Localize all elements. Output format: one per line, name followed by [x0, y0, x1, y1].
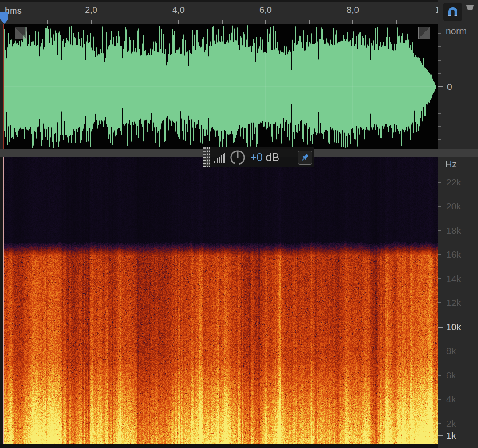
- frequency-tick-label: 1k: [446, 430, 456, 441]
- amplitude-tick: [438, 86, 443, 87]
- gain-value[interactable]: +0: [250, 151, 263, 164]
- right-scale-panel: norm 0 Hz 22k20k18k16k14k12k10k8k6k4k2k1…: [438, 0, 478, 448]
- bottom-border: [0, 444, 438, 448]
- amplitude-tick: [438, 126, 441, 127]
- timeline-tick: [47, 20, 48, 24]
- spectrogram-display[interactable]: [0, 157, 438, 444]
- frequency-tick-label: 22k: [446, 177, 461, 188]
- frequency-tick-label: 14k: [446, 274, 461, 284]
- frequency-tick: [438, 375, 441, 376]
- frequency-tick: [438, 206, 441, 207]
- waveform-display[interactable]: [0, 24, 438, 149]
- magnet-icon: [446, 5, 459, 19]
- fade-out-handle[interactable]: [418, 27, 430, 39]
- amplitude-tick: [438, 73, 441, 74]
- timeline-tick-label: 2,0: [85, 5, 97, 15]
- frequency-tick: [438, 182, 441, 183]
- playhead-line-waveform: [3, 24, 4, 149]
- frequency-tick: [438, 435, 443, 436]
- scale-splitter: [438, 149, 478, 157]
- frequency-tick-label: 16k: [446, 249, 461, 260]
- snap-toggle-button[interactable]: [443, 3, 462, 21]
- frequency-tick-label: 18k: [446, 225, 461, 236]
- amplitude-tick: [438, 113, 441, 114]
- gain-hud[interactable]: +0 dB: [203, 147, 314, 167]
- frequency-tick: [438, 302, 441, 303]
- hud-pin-button[interactable]: [298, 151, 312, 165]
- frequency-tick: [438, 399, 441, 400]
- amplitude-zero-label: 0: [447, 81, 452, 92]
- waveform-canvas[interactable]: [3, 24, 438, 149]
- frequency-tick: [438, 230, 441, 231]
- frequency-tick-label: 2k: [446, 418, 456, 429]
- timeline-tick: [309, 20, 310, 24]
- amplitude-tick: [438, 139, 441, 140]
- amplitude-tick: [438, 46, 441, 47]
- playhead-line-spectrogram: [3, 157, 4, 444]
- timeline-ruler[interactable]: hms 2,04,06,08,010: [0, 2, 438, 24]
- frequency-tick: [438, 423, 441, 424]
- timeline-tick-label: 10: [435, 5, 438, 15]
- timeline-tick: [178, 20, 179, 24]
- frequency-tick-label: 10k: [446, 322, 461, 332]
- hud-separator: [293, 151, 293, 164]
- amplitude-tick: [438, 60, 441, 61]
- hud-drag-handle[interactable]: [203, 147, 210, 167]
- normalize-label: norm: [446, 26, 467, 36]
- frequency-tick-label: 4k: [446, 394, 456, 405]
- frequency-tick: [438, 327, 443, 328]
- volume-bars-icon: [214, 152, 226, 163]
- frequency-tick: [438, 254, 441, 255]
- fade-in-handle[interactable]: [15, 27, 27, 39]
- timeline-tick: [265, 20, 266, 24]
- spectrogram-canvas[interactable]: [3, 157, 438, 444]
- frequency-tick-label: 8k: [446, 346, 456, 356]
- amplitude-tick: [438, 33, 441, 34]
- editor-main-area: hms 2,04,06,08,010: [0, 2, 438, 448]
- frequency-tick: [438, 351, 441, 351]
- gain-knob[interactable]: [229, 149, 247, 166]
- timeline-tick-label: 4,0: [172, 5, 185, 15]
- pushpin-icon: [300, 153, 310, 162]
- gain-unit-label: dB: [266, 151, 280, 164]
- timeline-tick: [396, 20, 397, 24]
- timeline-tick: [222, 20, 223, 24]
- timeline-tick: [91, 20, 92, 24]
- frequency-tick-label: 12k: [446, 297, 461, 308]
- frequency-tick: [438, 278, 441, 279]
- frequency-tick-label: 6k: [446, 370, 456, 381]
- amplitude-tick: [438, 100, 441, 100]
- marker-tool-icon[interactable]: [465, 4, 475, 20]
- timeline-tick: [352, 20, 353, 24]
- timeline-tick-label: 8,0: [347, 5, 359, 15]
- audio-editor-window: hms 2,04,06,08,010: [0, 0, 478, 448]
- frequency-tick-label: 20k: [446, 201, 461, 212]
- timeline-tick-label: 6,0: [259, 5, 272, 15]
- frequency-axis-title: Hz: [445, 159, 457, 170]
- timeline-tick: [135, 20, 135, 24]
